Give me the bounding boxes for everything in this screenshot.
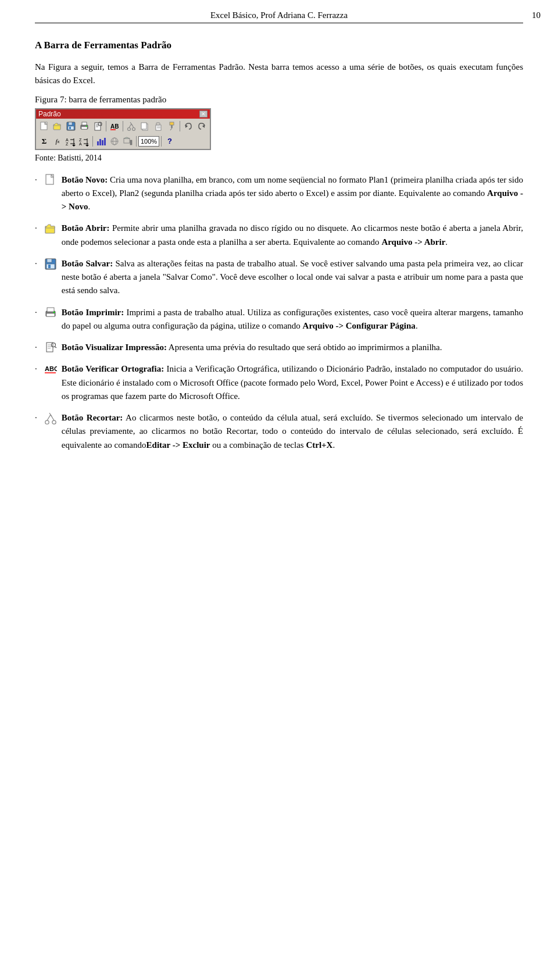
toolbar-row-1: ABC (36, 119, 210, 134)
print-button[interactable] (78, 120, 91, 133)
spell-check-button[interactable]: ABC (108, 120, 121, 133)
botao-imprimir-block: · Botão Imprimir: Imprimi a pasta de tra… (35, 306, 523, 333)
sort-az-button[interactable]: AZ (65, 135, 77, 148)
bullet-novo: · (35, 173, 37, 187)
bullet-ortografia: · (35, 362, 37, 376)
svg-rect-48 (97, 141, 99, 145)
svg-line-33 (170, 128, 172, 130)
drawing-button[interactable] (121, 135, 134, 148)
page-header: Excel Básico, Prof Adriana C. Ferrazza (35, 10, 523, 23)
botao-visualizar-desc: Apresenta uma prévia do resultado que se… (169, 343, 442, 352)
botao-recortar-label: Botão Recortar: (62, 413, 123, 422)
svg-marker-56 (124, 137, 130, 138)
svg-text:ABC: ABC (110, 123, 119, 130)
botao-ortografia-text: Botão Verificar Ortografia: Inicia a Ver… (62, 362, 523, 403)
sort-za-button[interactable]: ZA (78, 135, 91, 148)
botao-salvar-block: · Botão Salvar: Salva as alterações feit… (35, 257, 523, 298)
toolbar-title-text: Padrão (38, 110, 61, 118)
svg-rect-65 (48, 265, 51, 268)
header-title: Excel Básico, Prof Adriana C. Ferrazza (210, 10, 348, 20)
toolbar-close-button[interactable]: ✕ (199, 111, 208, 117)
svg-marker-61 (45, 224, 55, 228)
botao-visualizar-label: Botão Visualizar Impressão: (62, 343, 167, 352)
toolbar-separator-4 (92, 136, 93, 147)
botao-abrir-text: Botão Abrir: Permite abrir uma planilha … (62, 222, 523, 249)
svg-rect-28 (156, 123, 160, 125)
svg-rect-50 (102, 140, 103, 145)
botao-salvar-label: Botão Salvar: (62, 259, 113, 268)
figura-label: Figura 7: barra de ferramentas padrão (35, 95, 523, 105)
svg-point-20 (128, 127, 131, 130)
svg-rect-5 (69, 122, 72, 125)
print-preview-button[interactable] (91, 120, 104, 133)
svg-rect-68 (46, 313, 55, 316)
open-button[interactable] (51, 120, 64, 133)
save-button[interactable] (65, 120, 77, 133)
botao-ortografia-block: · ABC Botão Verificar Ortografia: Inicia… (35, 362, 523, 403)
recortar-icon (40, 411, 62, 425)
copy-button[interactable] (138, 120, 151, 133)
svg-marker-41 (72, 145, 76, 147)
function-button[interactable]: fx (51, 135, 64, 148)
svg-text:Z: Z (79, 138, 82, 142)
web-button[interactable] (108, 135, 121, 148)
botao-salvar-text: Botão Salvar: Salva as alterações feitas… (62, 257, 523, 298)
paste-button[interactable] (152, 120, 164, 133)
svg-text:Z: Z (66, 142, 69, 146)
toolbar-titlebar: Padrão ✕ (36, 109, 210, 119)
botao-ortografia-label: Botão Verificar Ortografia: (62, 364, 164, 373)
abrir-icon (40, 222, 62, 235)
svg-marker-34 (185, 124, 188, 128)
page: Excel Básico, Prof Adriana C. Ferrazza 1… (0, 0, 558, 980)
svg-rect-32 (171, 125, 173, 128)
svg-rect-63 (47, 259, 52, 262)
botao-imprimir-label: Botão Imprimir: (62, 308, 124, 317)
intro-paragraph: Na Figura a seguir, temos a Barra de Fer… (35, 60, 523, 88)
svg-rect-55 (124, 138, 130, 143)
fonte-label: Fonte: Batistti, 2014 (35, 154, 523, 163)
chart-button[interactable] (95, 135, 108, 148)
svg-rect-31 (170, 122, 174, 125)
bullet-recortar: · (35, 411, 37, 425)
svg-rect-27 (156, 125, 161, 130)
botao-novo-desc: Cria uma nova planilha, em branco, com u… (62, 175, 523, 212)
svg-rect-26 (141, 123, 146, 129)
bullet-abrir: · (35, 222, 37, 235)
svg-rect-51 (104, 138, 106, 145)
botao-recortar-text: Botão Recortar: Ao clicarmos neste botão… (62, 411, 523, 452)
botao-imprimir-text: Botão Imprimir: Imprimi a pasta de traba… (62, 306, 523, 333)
salvar-icon (40, 257, 62, 270)
svg-text:A: A (66, 138, 69, 142)
svg-rect-67 (47, 308, 54, 312)
svg-point-79 (52, 420, 56, 424)
botao-novo-block: · Botão Novo: Cria uma nova planilha, em… (35, 173, 523, 214)
visualizar-icon (40, 341, 62, 354)
svg-rect-7 (69, 127, 71, 129)
svg-line-17 (101, 125, 102, 126)
ortografia-icon: ABC (40, 362, 62, 376)
botao-abrir-desc: Permite abrir uma planilha gravada no di… (62, 223, 523, 246)
novo-icon (40, 173, 62, 187)
svg-rect-10 (81, 127, 87, 129)
svg-marker-35 (202, 124, 205, 128)
svg-rect-9 (82, 122, 87, 125)
autosum-button[interactable]: Σ (38, 135, 51, 148)
toolbar-separator-2 (123, 121, 123, 131)
botao-recortar-block: · Botão Recortar: Ao clicarmos neste bot… (35, 411, 523, 452)
svg-text:A: A (79, 142, 82, 146)
toolbar-separator-6 (161, 136, 162, 147)
svg-marker-47 (85, 145, 89, 147)
format-painter-button[interactable] (165, 120, 178, 133)
help-button[interactable]: ? (163, 135, 176, 148)
zoom-display[interactable]: 100% (138, 136, 159, 147)
botao-abrir-label: Botão Abrir: (62, 223, 110, 233)
svg-marker-3 (53, 123, 60, 126)
botao-novo-label: Botão Novo: (62, 175, 108, 184)
svg-line-75 (55, 347, 56, 348)
undo-button[interactable] (182, 120, 195, 133)
new-doc-button[interactable] (38, 120, 51, 133)
cut-button[interactable] (125, 120, 138, 133)
page-number: 10 (532, 10, 541, 20)
redo-button[interactable] (195, 120, 208, 133)
botao-novo-text: Botão Novo: Cria uma nova planilha, em b… (62, 173, 523, 214)
